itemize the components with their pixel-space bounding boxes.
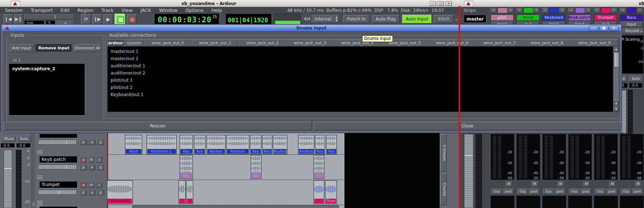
- track3-record-button[interactable]: [80, 181, 87, 188]
- region-Keyboa[interactable]: Keyboa: [298, 135, 314, 154]
- strip-name-keyb-patch[interactable]: Keyb patch: [568, 14, 591, 21]
- region-Trum[interactable]: Trum: [325, 180, 337, 204]
- close-button[interactable]: ✕: [445, 1, 452, 6]
- region-Key[interactable]: Key: [314, 155, 324, 179]
- narrow-strip-icon[interactable]: ⇔: [491, 8, 497, 13]
- connection-item[interactable]: auditioner/out 2: [111, 71, 613, 78]
- hide-strip-icon[interactable]: ✕: [508, 8, 514, 13]
- metering-point-button[interactable]: M: [557, 181, 564, 187]
- track-resize-grip[interactable]: [37, 201, 43, 204]
- menu-region[interactable]: Region: [78, 8, 94, 13]
- connected-port[interactable]: system:capture_2: [9, 64, 85, 71]
- group-button[interactable]: Grp: [595, 189, 606, 194]
- track2-record-button[interactable]: [80, 156, 87, 163]
- region-Key[interactable]: Key: [194, 135, 205, 154]
- group-button[interactable]: Grp: [517, 189, 528, 194]
- menu-session[interactable]: Session: [5, 8, 23, 13]
- scroll-up-icon[interactable]: ▲: [613, 47, 619, 51]
- menu-view[interactable]: View: [121, 8, 133, 13]
- connection-item[interactable]: pilot/out 2: [111, 85, 613, 92]
- group-button[interactable]: Grp: [543, 189, 554, 194]
- timecode-clock[interactable]: 00:00:03:20 25: [154, 14, 219, 25]
- speed-slider[interactable]: [24, 14, 74, 19]
- connection-tab-wine_jack_out_0[interactable]: wine_jack_out_0: [144, 39, 191, 46]
- editor-titlebar[interactable]: xb_youandme - Ardour — ▢ ✕: [0, 0, 459, 7]
- metering-point-button[interactable]: M: [532, 181, 538, 187]
- track3-mute-button[interactable]: m: [88, 181, 94, 188]
- scroll-down-icon[interactable]: ▼: [613, 107, 619, 112]
- narrow-strip-icon[interactable]: ⇔: [542, 8, 548, 13]
- track2-auto-button[interactable]: a: [88, 164, 96, 170]
- connection-item[interactable]: master/out 2: [111, 56, 613, 63]
- strip-color-chip[interactable]: [575, 8, 585, 13]
- add-input-button[interactable]: Add Input: [10, 44, 33, 52]
- region-Keyboa[interactable]: Keyboa: [207, 135, 226, 154]
- metering-point-button[interactable]: M: [609, 181, 616, 187]
- rescan-button[interactable]: Rescan: [4, 122, 312, 130]
- region-Keyb[interactable]: Keyb: [125, 135, 142, 154]
- post-button[interactable]: post: [580, 189, 591, 194]
- region-Key[interactable]: Key: [180, 135, 193, 154]
- track1-name-box[interactable]: [40, 134, 78, 138]
- connection-tab-ardour[interactable]: ardour: [107, 39, 124, 46]
- menu-jack[interactable]: JACK: [140, 8, 151, 13]
- hide-strip-icon[interactable]: ✕: [559, 8, 565, 13]
- auto-play-button[interactable]: Auto Play: [372, 15, 399, 23]
- goto-start-button[interactable]: ❙◀: [4, 14, 13, 24]
- region-Keyboard-2.[interactable]: Keyboard-2.: [147, 135, 177, 154]
- strip-name-keyboard[interactable]: Keyboard: [542, 14, 565, 21]
- editor-canvas[interactable]: KeybKeyboard-2.KeyKeyKeyboaKeyboarKeyKey…: [107, 133, 440, 208]
- dialog-titlebar[interactable]: Drums input – ▣ ✕: [2, 25, 621, 32]
- track-resize-grip[interactable]: [37, 176, 43, 179]
- track1-pan-button[interactable]: p: [80, 139, 87, 145]
- mixer-titlebar[interactable]: xb: [459, 0, 644, 7]
- region-Key[interactable]: Key: [315, 135, 325, 154]
- menu-transport[interactable]: Transport: [31, 8, 53, 13]
- connection-tab-wine_jack_out_7[interactable]: wine_jack_out_7: [476, 39, 523, 46]
- region-trumpet[interactable]: [314, 180, 324, 204]
- scrollbar-thumb[interactable]: [614, 52, 619, 67]
- strip-color-chip[interactable]: [601, 8, 611, 13]
- master-fader[interactable]: [464, 134, 473, 208]
- port-tab-label[interactable]: in 1: [13, 58, 21, 63]
- connections-list[interactable]: master/out 1master/out 2auditioner/out 1…: [107, 46, 613, 112]
- narrow-strip-icon[interactable]: ⇔: [620, 8, 626, 13]
- region-Key[interactable]: Key: [262, 135, 272, 154]
- track2-fader[interactable]: [38, 164, 77, 169]
- connection-tab-wine_jack_out_3[interactable]: wine_jack_out_3: [286, 39, 334, 46]
- master-strip-button[interactable]: master: [464, 15, 486, 23]
- track2-name-box[interactable]: Keyb patch: [40, 156, 78, 163]
- connection-item[interactable]: pilot/out 1: [111, 78, 613, 85]
- strip-name-vocal[interactable]: Vocal: [516, 14, 539, 21]
- input-port-list[interactable]: system:capture_2: [9, 64, 85, 116]
- shuttle-control[interactable]: [274, 14, 301, 25]
- region-trumpet[interactable]: [179, 180, 186, 204]
- connections-scrollbar[interactable]: ▲ ▲ ▼: [613, 46, 619, 112]
- strip-name-bass[interactable]: Bass: [620, 14, 643, 21]
- connection-tab-wine_jack_out_6[interactable]: wine_jack_out_6: [428, 39, 476, 46]
- maximize-button[interactable]: ▢: [437, 1, 444, 6]
- track4-name-box[interactable]: [40, 207, 78, 208]
- group-button[interactable]: Grp: [491, 189, 502, 194]
- minimize-button[interactable]: —: [430, 1, 436, 6]
- track3-group-button[interactable]: g: [97, 189, 104, 195]
- narrow-strip-icon[interactable]: ⇔: [568, 8, 574, 13]
- solo-button[interactable]: SOLO: [434, 15, 453, 23]
- strip-color-chip[interactable]: [627, 8, 637, 13]
- track2-pan-button[interactable]: p: [80, 164, 87, 170]
- strip-color-chip[interactable]: [497, 8, 508, 13]
- narrow-strip-icon[interactable]: ⇔: [516, 8, 523, 13]
- menu-track[interactable]: Track: [101, 8, 113, 13]
- strip-color-chip[interactable]: [523, 8, 533, 13]
- tab-edit-groups[interactable]: it Groups: [440, 134, 447, 172]
- bars-beats-clock[interactable]: 001|04|1920: [226, 14, 272, 25]
- track2-mute-button[interactable]: m: [88, 156, 94, 163]
- strip-input-button[interactable]: Input: [621, 22, 642, 27]
- connection-tab-wine_jack_out_9[interactable]: wine_jack_out_9: [571, 39, 618, 46]
- group-button[interactable]: Grp: [569, 189, 580, 194]
- connection-tab-wine_jack_out_8[interactable]: wine_jack_out_8: [523, 39, 571, 46]
- track3-solo-button[interactable]: s: [96, 181, 102, 188]
- sync-source-dropdown[interactable]: Internal ▲▼: [312, 15, 339, 23]
- editor-solo-button[interactable]: Solo: [17, 136, 31, 142]
- menu-options[interactable]: Options: [185, 8, 203, 13]
